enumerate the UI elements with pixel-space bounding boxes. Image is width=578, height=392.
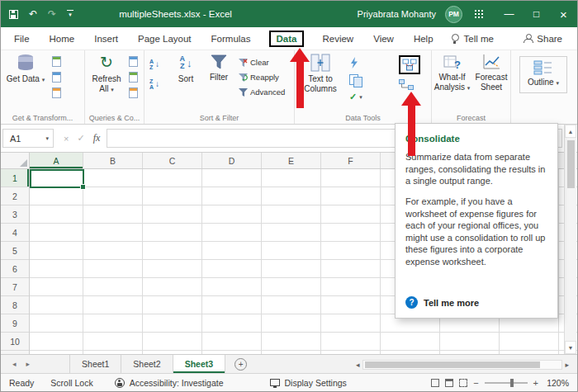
clear-filter-button[interactable]: Clear xyxy=(239,58,285,67)
name-box[interactable]: A1 ▾ xyxy=(2,129,54,148)
horizontal-scroll-thumb[interactable] xyxy=(365,361,541,368)
tab-data[interactable]: Data xyxy=(269,31,305,47)
sort-descending-button[interactable]: ZA ↓ xyxy=(149,78,159,90)
row-header-9[interactable]: 9 xyxy=(1,314,29,333)
column-header-a[interactable]: A xyxy=(30,153,83,168)
from-table-icon[interactable] xyxy=(52,87,61,98)
outline-button[interactable]: Outline ▾ xyxy=(519,56,567,93)
avatar[interactable]: PM xyxy=(445,6,462,23)
get-data-button[interactable]: Get Data ▾ xyxy=(4,54,47,84)
zoom-slider-thumb[interactable] xyxy=(510,379,514,387)
undo-icon[interactable]: ↶ xyxy=(29,9,37,19)
reapply-filter-button[interactable]: Reapply xyxy=(239,73,285,82)
customize-qat-icon[interactable]: ▾ xyxy=(67,10,73,19)
sheet-tab-sheet2[interactable]: Sheet2 xyxy=(121,355,173,373)
column-header-f[interactable]: F xyxy=(321,153,381,168)
sheet-tab-sheet1[interactable]: Sheet1 xyxy=(69,355,121,373)
scroll-left-icon[interactable]: ◂ xyxy=(356,361,360,369)
sort-button[interactable]: AZ ↓ Sort xyxy=(171,54,201,84)
vertical-scrollbar[interactable]: ▲ ▼ xyxy=(564,125,576,354)
remove-duplicates-button[interactable] xyxy=(349,74,362,87)
from-text-csv-icon[interactable] xyxy=(52,56,61,67)
scroll-up-icon[interactable]: ▲ xyxy=(565,125,576,138)
tell-me-box[interactable]: Tell me xyxy=(452,34,494,44)
cancel-entry-icon[interactable]: × xyxy=(64,134,69,144)
sort-ascending-button[interactable]: AZ ↓ xyxy=(149,59,159,70)
properties-icon[interactable] xyxy=(129,72,138,83)
annotation-arrow-data-tab xyxy=(290,48,310,108)
normal-view-icon[interactable] xyxy=(431,379,439,387)
lightbulb-icon xyxy=(452,34,459,41)
page-break-view-icon[interactable] xyxy=(459,379,467,387)
accessibility-status[interactable]: Accessibility: Investigate xyxy=(115,378,224,388)
column-header-d[interactable]: D xyxy=(202,153,262,168)
outline-icon xyxy=(533,60,553,75)
maximize-button[interactable]: □ xyxy=(523,1,550,27)
new-sheet-button[interactable]: + xyxy=(235,358,247,371)
close-button[interactable]: × xyxy=(550,1,577,27)
horizontal-scroll-track[interactable] xyxy=(362,360,563,370)
tab-formulas[interactable]: Formulas xyxy=(210,31,253,46)
edit-links-icon[interactable] xyxy=(129,87,138,98)
horizontal-scrollbar[interactable]: ◂ ▸ xyxy=(356,358,569,371)
selected-cell-a1[interactable] xyxy=(30,169,84,188)
ribbon-display-options-icon[interactable] xyxy=(474,9,484,19)
scroll-down-icon[interactable]: ▼ xyxy=(565,341,576,354)
refresh-all-button[interactable]: ↻ Refresh All ▾ xyxy=(87,54,126,94)
confirm-entry-icon[interactable]: ✓ xyxy=(77,133,84,144)
insert-function-icon[interactable]: fx xyxy=(93,132,101,144)
tab-home[interactable]: Home xyxy=(48,31,77,46)
tab-review[interactable]: Review xyxy=(320,31,355,46)
name-box-caret-icon[interactable]: ▾ xyxy=(45,135,49,142)
scroll-right-icon[interactable]: ▸ xyxy=(565,361,569,369)
row-header-6[interactable]: 6 xyxy=(1,260,29,278)
page-layout-view-icon[interactable] xyxy=(445,379,453,387)
row-header-1[interactable]: 1 xyxy=(1,169,29,187)
tab-insert[interactable]: Insert xyxy=(92,31,120,46)
tab-view[interactable]: View xyxy=(372,31,396,46)
zoom-slider[interactable] xyxy=(485,382,528,384)
excel-window: ↶ ↷ ▾ multipleSheets.xlsx - Excel Priyab… xyxy=(0,0,578,392)
sheet-tab-sheet3[interactable]: Sheet3 xyxy=(173,355,225,373)
row-header-3[interactable]: 3 xyxy=(1,205,29,224)
minimize-button[interactable]: — xyxy=(495,1,523,27)
tell-me-more-link[interactable]: ? Tell me more xyxy=(405,296,547,309)
row-header-10[interactable]: 10 xyxy=(1,333,29,351)
sheet-nav-right-icon[interactable]: ▸ xyxy=(26,360,31,368)
forecast-sheet-button[interactable]: Forecast Sheet xyxy=(472,54,510,92)
save-icon[interactable] xyxy=(9,10,18,19)
titlebar: ↶ ↷ ▾ multipleSheets.xlsx - Excel Priyab… xyxy=(1,1,577,27)
vertical-scroll-thumb[interactable] xyxy=(567,140,575,188)
sheet-nav-left-icon[interactable]: ◂ xyxy=(12,360,17,368)
zoom-in-icon[interactable]: + xyxy=(533,378,538,388)
row-header-2[interactable]: 2 xyxy=(1,187,29,205)
column-header-b[interactable]: B xyxy=(83,153,143,168)
tab-file[interactable]: File xyxy=(12,31,31,46)
what-if-analysis-button[interactable]: ? What-If Analysis ▾ xyxy=(433,54,471,92)
relationships-button[interactable] xyxy=(399,79,420,90)
user-name[interactable]: Priyabrata Mohanty xyxy=(358,9,436,19)
advanced-filter-button[interactable]: Advanced xyxy=(239,87,285,97)
from-web-icon[interactable] xyxy=(52,72,61,83)
tooltip-paragraph-2: For example, if you have a worksheet of … xyxy=(405,196,547,268)
consolidate-icon[interactable] xyxy=(402,59,417,71)
queries-connections-icon[interactable] xyxy=(129,56,138,67)
row-header-5[interactable]: 5 xyxy=(1,242,29,260)
zoom-level[interactable]: 120% xyxy=(544,378,569,388)
row-header-7[interactable]: 7 xyxy=(1,278,29,296)
redo-icon[interactable]: ↷ xyxy=(48,9,56,19)
share-button[interactable]: Share xyxy=(524,34,562,44)
zoom-out-icon[interactable]: − xyxy=(473,378,478,388)
row-header-4[interactable]: 4 xyxy=(1,224,29,242)
data-validation-button[interactable]: ✓ ▾ xyxy=(349,92,362,102)
column-header-c[interactable]: C xyxy=(143,153,202,168)
tab-page-layout[interactable]: Page Layout xyxy=(136,31,193,46)
column-header-e[interactable]: E xyxy=(262,153,321,168)
select-all-corner[interactable] xyxy=(1,153,30,168)
funnel-icon xyxy=(211,54,227,70)
tab-help[interactable]: Help xyxy=(412,31,435,46)
flash-fill-button[interactable] xyxy=(349,57,362,68)
row-header-8[interactable]: 8 xyxy=(1,296,29,314)
display-settings-button[interactable]: Display Settings xyxy=(270,378,347,388)
filter-button[interactable]: Filter xyxy=(204,54,234,83)
